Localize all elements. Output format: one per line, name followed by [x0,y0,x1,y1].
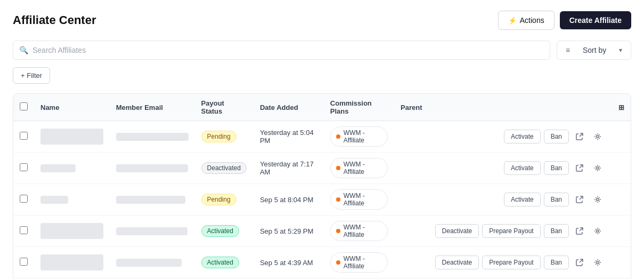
plan-pill: WWM - Affiliate [330,252,388,273]
svg-point-2 [597,198,599,201]
prepare-payout-button[interactable]: Prepare Payout [482,256,540,269]
cell-row-actions: ActivateBan [429,153,612,184]
row-checkbox-1[interactable] [20,132,28,140]
col-parent: Parent [394,94,428,121]
sort-button[interactable]: ≡ Sort by ▾ [557,41,631,60]
search-input[interactable] [13,41,550,60]
cell-parent [394,247,428,278]
cell-row-actions: DeactivatePrepare PayoutBan [429,216,612,247]
ban-button[interactable]: Ban [544,224,569,238]
row-checkbox-3[interactable] [20,195,28,203]
page-header: Affiliate Center ⚡ Actions Create Affili… [13,11,631,30]
plan-pill: WWM - Affiliate [330,221,388,241]
cell-payout-status: Activated [195,247,254,278]
status-badge: Activated [201,225,239,237]
cell-payout-status: Pending [195,121,254,153]
cell-date-added: Sep 5 at 8:04 PM [254,184,324,216]
cell-name: A██ ███d [34,153,110,184]
settings-button[interactable] [590,161,605,176]
col-settings-icon[interactable]: ⊞ [612,94,631,121]
activate-button[interactable]: Activate [504,193,541,206]
row-actions: ActivateBan [435,129,605,144]
col-payout-status: Payout Status [195,94,254,121]
col-actions-spacer [429,94,612,121]
create-affiliate-button[interactable]: Create Affiliate [560,11,631,29]
cell-email: a████████████kfu [110,153,195,184]
page-title: Affiliate Center [13,13,96,27]
external-link-button[interactable] [572,129,587,144]
status-badge: Deactivated [201,162,247,174]
table-header-row: Name Member Email Payout Status Date Add… [13,94,631,121]
cell-name: T██ ████████ (c█ [34,216,110,247]
cell-email: a████████████ate [110,121,195,153]
cell-commission-plans: WWM - Affiliate [324,247,394,278]
cell-row-actions: ActivateBan [429,121,612,153]
select-all-checkbox[interactable] [20,102,28,110]
cell-name: Jo████ ████uad+ [34,121,110,153]
settings-button[interactable] [590,255,605,270]
filter-button[interactable]: + Filter [13,67,50,84]
table-body: Jo████ ████uad+a████████████atePendingYe… [13,121,631,280]
cell-name: Je████████ ██.v [34,247,110,278]
svg-point-1 [597,167,599,169]
external-link-button[interactable] [572,255,587,270]
table-row: T██ ██tc████████████ailPendingSep 5 at 8… [13,184,631,216]
cell-commission-plans: WWM - Affiliate [324,153,394,184]
svg-point-3 [597,230,599,232]
row-actions: DeactivatePrepare PayoutBan [435,255,605,270]
cell-payout-status: Pending [195,184,254,216]
filter-row: + Filter [13,67,631,84]
settings-button[interactable] [590,224,605,238]
settings-button[interactable] [590,192,605,207]
header-actions: ⚡ Actions Create Affiliate [498,11,631,30]
plan-dot [336,260,340,265]
affiliates-table: Name Member Email Payout Status Date Add… [13,94,631,279]
cell-date-added: Yesterday at 7:17 AM [254,153,324,184]
cell-commission-plans: WWM - Affiliate [324,184,394,216]
plan-dot [336,229,340,233]
ban-button[interactable]: Ban [544,193,569,206]
actions-button[interactable]: ⚡ Actions [498,11,555,30]
deactivate-button[interactable]: Deactivate [435,224,479,238]
cell-date-added: Yesterday at 5:04 PM [254,121,324,153]
cell-email: c████████████.co [110,216,195,247]
cell-row-actions: DeactivatePrepare PayoutBan [429,247,612,278]
plan-dot [336,197,340,202]
settings-button[interactable] [590,129,605,144]
table-row: T██ ████████ (c█c████████████.coActivate… [13,216,631,247]
plan-dot [336,166,340,170]
ban-button[interactable]: Ban [544,130,569,144]
row-checkbox-2[interactable] [20,163,28,171]
col-commission-plans: Commission Plans [324,94,394,121]
select-all-header [13,94,34,121]
ban-button[interactable]: Ban [544,161,569,175]
row-checkbox-5[interactable] [20,258,28,266]
table-row: Je████████ ██.vj████████████.cActivatedS… [13,247,631,278]
prepare-payout-button[interactable]: Prepare Payout [482,224,540,238]
external-link-button[interactable] [572,161,587,176]
plan-pill: WWM - Affiliate [330,126,388,147]
col-date-added: Date Added [254,94,324,121]
row-actions: ActivateBan [435,192,605,207]
table-row: Jo████ ████uad+a████████████atePendingYe… [13,121,631,153]
row-checkbox-4[interactable] [20,226,28,234]
affiliates-table-wrapper: Name Member Email Payout Status Date Add… [13,93,631,279]
cell-parent [394,153,428,184]
search-wrapper: 🔍 [13,41,550,60]
ban-button[interactable]: Ban [544,256,569,269]
lightning-icon: ⚡ [508,17,517,25]
plan-dot [336,134,340,139]
column-settings-icon[interactable]: ⊞ [618,103,624,111]
chevron-down-icon: ▾ [619,46,622,54]
status-badge: Activated [201,257,239,268]
search-icon: 🔍 [19,46,28,54]
external-link-button[interactable] [572,192,587,207]
activate-button[interactable]: Activate [504,130,541,144]
row-actions: DeactivatePrepare PayoutBan [435,224,605,238]
external-link-button[interactable] [572,224,587,238]
table-row: A██ ███da████████████kfuDeactivatedYeste… [13,153,631,184]
activate-button[interactable]: Activate [504,161,541,175]
search-sort-row: 🔍 ≡ Sort by ▾ [13,41,631,60]
cell-email: j████████████.c [110,247,195,278]
deactivate-button[interactable]: Deactivate [435,256,479,269]
